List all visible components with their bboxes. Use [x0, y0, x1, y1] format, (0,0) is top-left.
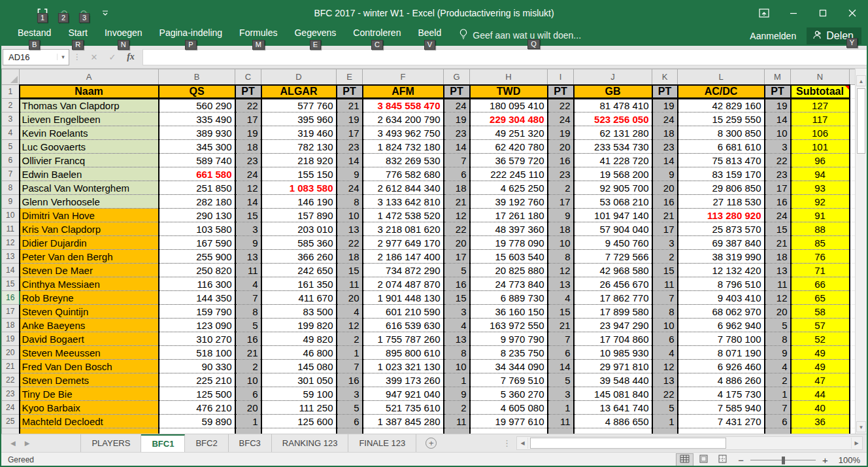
cell[interactable]: 20: [548, 140, 574, 154]
cell[interactable]: 24 773 840: [470, 277, 548, 291]
cell[interactable]: 3 493 962 750: [363, 126, 444, 140]
cell[interactable]: 301 050: [261, 373, 337, 387]
cell[interactable]: 8: [548, 250, 574, 264]
cell[interactable]: 6: [444, 167, 470, 181]
cell[interactable]: 20: [235, 401, 261, 415]
cell[interactable]: 1 824 732 180: [363, 140, 444, 154]
cell-name[interactable]: Cinthya Messiaen: [20, 277, 159, 291]
cell[interactable]: 13: [444, 332, 470, 346]
cell-name[interactable]: Fred Van Den Bosch: [20, 360, 159, 373]
row-header[interactable]: 8: [2, 181, 20, 195]
cell[interactable]: 5: [548, 373, 574, 387]
cell[interactable]: 24: [337, 181, 363, 195]
cell[interactable]: 18: [652, 126, 678, 140]
cell-name[interactable]: Didier Dujardin: [20, 236, 159, 250]
cell[interactable]: [678, 428, 765, 434]
cell[interactable]: 4 625 250: [470, 181, 548, 195]
cell-subtotal[interactable]: 57: [791, 319, 850, 332]
scroll-up-arrow-icon[interactable]: ▲: [856, 75, 866, 86]
cell[interactable]: 5: [652, 401, 678, 415]
cell[interactable]: 180 095 410: [470, 99, 548, 112]
cell[interactable]: 18: [548, 222, 574, 236]
row-header[interactable]: 12: [2, 236, 20, 250]
cell[interactable]: [470, 428, 548, 434]
cell[interactable]: 2: [652, 250, 678, 264]
zoom-in-button[interactable]: +: [817, 455, 833, 466]
cell[interactable]: 577 760: [261, 99, 337, 112]
cell[interactable]: 6: [652, 332, 678, 346]
cell[interactable]: 8: [337, 195, 363, 209]
cell[interactable]: 29 806 850: [678, 181, 765, 195]
cell[interactable]: 21: [548, 319, 574, 332]
cell[interactable]: [235, 428, 261, 434]
cell[interactable]: 7: [337, 360, 363, 373]
cell[interactable]: 36 579 720: [470, 154, 548, 167]
column-header-k[interactable]: K: [652, 69, 678, 85]
cell[interactable]: 22: [444, 222, 470, 236]
row-header[interactable]: 1: [2, 85, 20, 99]
cell[interactable]: 1 023 321 130: [363, 360, 444, 373]
cell-name[interactable]: Steven De Maer: [20, 264, 159, 277]
cell[interactable]: 59 100: [261, 387, 337, 401]
cell-subtotal[interactable]: 127: [791, 99, 850, 112]
column-header-c[interactable]: C: [235, 69, 261, 85]
cell-subtotal[interactable]: 76: [791, 250, 850, 264]
cell[interactable]: 203 010: [261, 222, 337, 236]
cell[interactable]: 18: [235, 140, 261, 154]
redo-button[interactable]: ↷ 3: [77, 5, 92, 21]
column-header-l[interactable]: L: [678, 69, 765, 85]
cell[interactable]: 1 472 538 520: [363, 209, 444, 222]
cell[interactable]: 1 755 787 260: [363, 332, 444, 346]
cell[interactable]: 2: [765, 373, 791, 387]
cell[interactable]: 14: [444, 140, 470, 154]
cell[interactable]: 4: [235, 277, 261, 291]
cell[interactable]: 1: [444, 373, 470, 387]
cell[interactable]: 16: [548, 154, 574, 167]
cell[interactable]: 13: [765, 264, 791, 277]
cell[interactable]: 20 825 880: [470, 264, 548, 277]
cell[interactable]: 15: [444, 291, 470, 305]
cell[interactable]: 3 133 642 810: [363, 195, 444, 209]
cell[interactable]: 9 450 760: [574, 236, 652, 250]
cell[interactable]: 8: [444, 346, 470, 360]
normal-view-button[interactable]: [676, 453, 693, 467]
horizontal-scroll-thumb[interactable]: [530, 438, 726, 449]
cell[interactable]: 17 899 580: [574, 305, 652, 319]
cell[interactable]: 13 641 740: [574, 401, 652, 415]
cell-name[interactable]: David Bogaert: [20, 332, 159, 346]
cell[interactable]: 601 210 590: [363, 305, 444, 319]
cell[interactable]: 18: [765, 250, 791, 264]
cell[interactable]: 4 175 730: [678, 387, 765, 401]
cell[interactable]: 48 397 360: [470, 222, 548, 236]
cell[interactable]: 24: [235, 167, 261, 181]
cell[interactable]: [337, 428, 363, 434]
cell[interactable]: 11: [548, 415, 574, 428]
cell[interactable]: 21: [337, 99, 363, 112]
cell[interactable]: 83 159 170: [678, 167, 765, 181]
row-header[interactable]: [2, 428, 20, 434]
cell[interactable]: 21: [765, 236, 791, 250]
table-header-cell[interactable]: QS: [159, 85, 235, 99]
cell[interactable]: 11: [765, 277, 791, 291]
cell[interactable]: 13: [548, 277, 574, 291]
cell[interactable]: 62 420 780: [470, 140, 548, 154]
cell[interactable]: 14: [235, 195, 261, 209]
share-button[interactable]: Delen Y: [807, 27, 861, 44]
cell[interactable]: 21: [235, 346, 261, 360]
table-header-cell[interactable]: AC/DC: [678, 85, 765, 99]
cell-name[interactable]: Pascal Van Wonterghem: [20, 181, 159, 195]
cell[interactable]: 222 245 110: [470, 167, 548, 181]
row-header[interactable]: 25: [2, 415, 20, 428]
cell[interactable]: 10: [337, 209, 363, 222]
cell[interactable]: 17: [765, 181, 791, 195]
zoom-slider[interactable]: [750, 453, 816, 467]
cell[interactable]: 13: [235, 250, 261, 264]
cell[interactable]: 1: [337, 346, 363, 360]
cell[interactable]: 17: [548, 195, 574, 209]
save-button[interactable]: 1: [35, 5, 50, 21]
tab-start[interactable]: StartR: [59, 26, 96, 50]
cell[interactable]: 3: [235, 222, 261, 236]
cell[interactable]: 125 500: [159, 387, 235, 401]
cell-subtotal[interactable]: 101: [791, 140, 850, 154]
next-sheet-arrow-icon[interactable]: ▶: [25, 440, 30, 447]
